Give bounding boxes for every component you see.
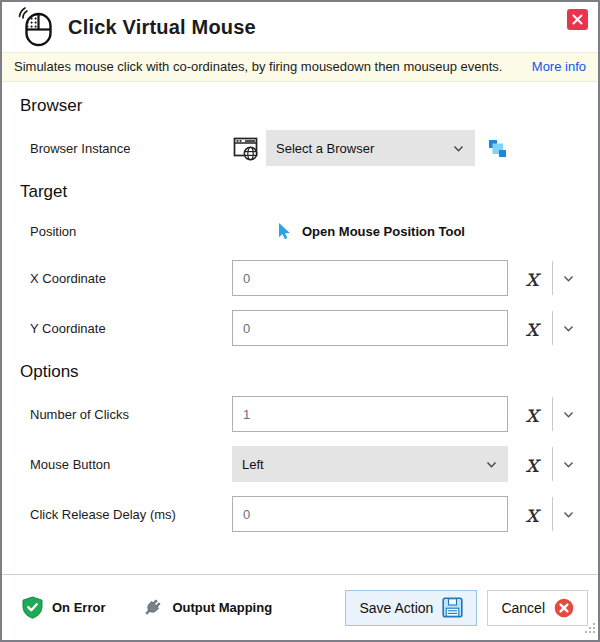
mouse-button-row: Mouse Button Left x [2,446,582,482]
info-strip: Simulates mouse click with co-ordinates,… [2,52,598,82]
mouse-button-select[interactable]: Left [232,446,508,482]
browser-instance-value: Select a Browser [276,141,452,156]
browser-instance-control: Select a Browser [232,130,508,166]
info-text: Simulates mouse click with co-ordinates,… [14,59,502,74]
dialog-body: Browser Browser Instance [2,82,598,574]
on-error-label: On Error [52,600,105,615]
number-of-clicks-input[interactable] [232,396,508,432]
x-coordinate-label: X Coordinate [30,271,232,286]
cancel-circle-icon [554,598,574,618]
cancel-label: Cancel [501,600,545,616]
plug-icon [141,597,163,619]
divider [552,261,553,295]
x-coordinate-row: X Coordinate x [2,260,582,296]
cursor-arrow-icon [275,222,292,241]
variable-x-icon[interactable]: x [521,502,543,526]
divider [552,397,553,431]
browser-instance-label: Browser Instance [30,141,232,156]
section-heading-browser: Browser [2,96,582,116]
mouse-button-label: Mouse Button [30,457,232,472]
variable-x-icon[interactable]: x [521,316,543,340]
chevron-down-icon[interactable] [560,270,576,286]
click-release-delay-row: Click Release Delay (ms) x [2,496,582,532]
virtual-mouse-icon [14,5,58,49]
position-row: Position Open Mouse Position Tool [2,216,582,246]
chevron-down-icon[interactable] [560,320,576,336]
cancel-button[interactable]: Cancel [487,590,588,626]
divider [552,311,553,345]
position-label: Position [30,224,232,239]
save-action-button[interactable]: Save Action [345,590,477,626]
floppy-save-icon [442,597,463,618]
y-coordinate-row: Y Coordinate x [2,310,582,346]
number-of-clicks-row: Number of Clicks x [2,396,582,432]
click-release-delay-label: Click Release Delay (ms) [30,507,232,522]
x-coordinate-input[interactable] [232,260,508,296]
position-link-label: Open Mouse Position Tool [302,224,465,239]
dialog-footer: On Error Output Mapping Save Action [2,574,598,640]
open-mouse-position-tool-button[interactable]: Open Mouse Position Tool [232,222,508,241]
y-coordinate-input[interactable] [232,310,508,346]
output-mapping-button[interactable]: Output Mapping [141,597,272,619]
variable-x-icon[interactable]: x [521,402,543,426]
title-bar: Click Virtual Mouse [2,2,598,52]
chevron-down-icon [452,142,465,155]
y-coordinate-label: Y Coordinate [30,321,232,336]
save-action-label: Save Action [359,600,433,616]
chevron-down-icon[interactable] [560,506,576,522]
mouse-button-value: Left [242,457,485,472]
divider [552,447,553,481]
chevron-down-icon [485,458,498,471]
output-mapping-label: Output Mapping [172,600,272,615]
click-virtual-mouse-dialog: Click Virtual Mouse Simulates mouse clic… [0,0,600,642]
chevron-down-icon[interactable] [560,406,576,422]
browser-instance-select[interactable]: Select a Browser [266,130,475,166]
dialog-title: Click Virtual Mouse [68,16,256,39]
swap-variable-icon[interactable] [486,137,508,159]
number-of-clicks-label: Number of Clicks [30,407,232,422]
variable-x-icon[interactable]: x [521,452,543,476]
shield-check-icon [22,596,43,619]
browser-instance-row: Browser Instance [2,130,582,166]
more-info-link[interactable]: More info [532,59,586,74]
variable-x-icon[interactable]: x [521,266,543,290]
section-heading-options: Options [2,362,582,382]
close-icon[interactable] [567,9,588,30]
click-release-delay-input[interactable] [232,496,508,532]
resize-grip[interactable] [584,620,596,638]
divider [552,497,553,531]
section-heading-target: Target [2,182,582,202]
on-error-button[interactable]: On Error [22,596,105,619]
browser-window-icon [232,134,260,162]
chevron-down-icon[interactable] [560,456,576,472]
